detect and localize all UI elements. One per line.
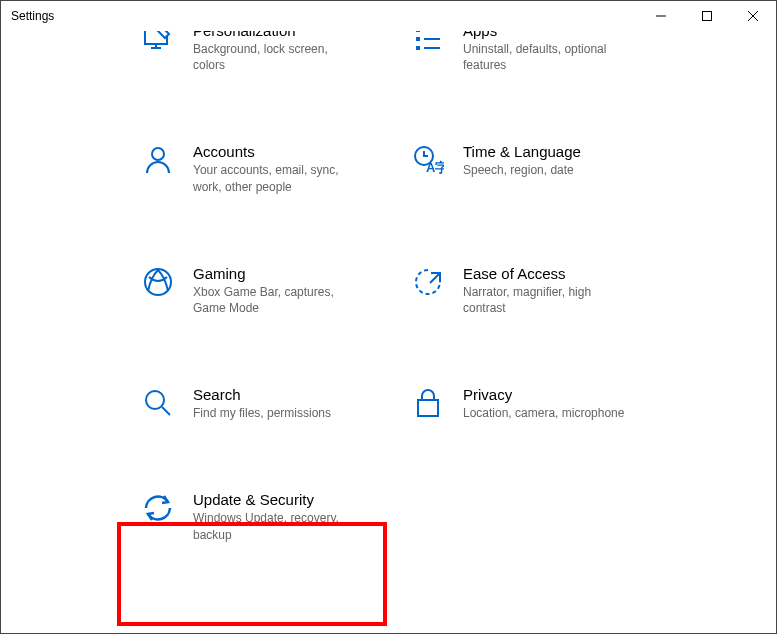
tile-text: Gaming Xbox Game Bar, captures, Game Mod… — [193, 265, 401, 316]
tile-ease-of-access[interactable]: Ease of Access Narrator, magnifier, high… — [401, 255, 671, 326]
tile-desc: Background, lock screen, colors — [193, 41, 363, 73]
svg-rect-4 — [416, 37, 420, 41]
window-controls — [638, 1, 776, 31]
tile-text: Apps Uninstall, defaults, optional featu… — [463, 31, 671, 73]
tile-search[interactable]: Search Find my files, permissions — [131, 376, 401, 431]
tile-desc: Your accounts, email, sync, work, other … — [193, 162, 363, 194]
svg-rect-5 — [416, 46, 420, 50]
tile-personalization[interactable]: Personalization Background, lock screen,… — [131, 31, 401, 83]
tile-desc: Speech, region, date — [463, 162, 633, 178]
maximize-button[interactable] — [684, 1, 730, 31]
tile-title: Apps — [463, 31, 671, 39]
maximize-icon — [702, 11, 712, 21]
ease-of-access-icon — [411, 265, 445, 299]
gaming-icon — [141, 265, 175, 299]
tile-time-language[interactable]: A字 Time & Language Speech, region, date — [401, 133, 671, 204]
update-security-icon — [141, 491, 175, 525]
tile-text: Ease of Access Narrator, magnifier, high… — [463, 265, 671, 316]
tile-title: Update & Security — [193, 491, 401, 508]
tile-desc: Uninstall, defaults, optional features — [463, 41, 633, 73]
privacy-icon — [411, 386, 445, 420]
tile-title: Time & Language — [463, 143, 671, 160]
tile-text: Accounts Your accounts, email, sync, wor… — [193, 143, 401, 194]
tile-desc: Xbox Game Bar, captures, Game Mode — [193, 284, 363, 316]
search-icon — [141, 386, 175, 420]
tile-desc: Narrator, magnifier, high contrast — [463, 284, 633, 316]
tile-title: Accounts — [193, 143, 401, 160]
tile-text: Update & Security Windows Update, recove… — [193, 491, 401, 542]
tile-text: Privacy Location, camera, microphone — [463, 386, 671, 421]
svg-point-10 — [146, 391, 164, 409]
close-button[interactable] — [730, 1, 776, 31]
settings-window: Settings Link your Android, iPhone — [0, 0, 777, 634]
tile-title: Privacy — [463, 386, 671, 403]
window-title: Settings — [11, 9, 638, 23]
time-language-icon: A字 — [411, 143, 445, 177]
content-area[interactable]: Link your Android, iPhone Wi-Fi, airplan… — [1, 31, 776, 633]
svg-rect-0 — [703, 12, 712, 21]
tile-title: Personalization — [193, 31, 401, 39]
minimize-icon — [656, 11, 666, 21]
minimize-button[interactable] — [638, 1, 684, 31]
tile-title: Gaming — [193, 265, 401, 282]
svg-rect-3 — [416, 31, 420, 32]
svg-rect-11 — [418, 400, 438, 416]
tile-update-security[interactable]: Update & Security Windows Update, recove… — [131, 481, 401, 552]
tile-gaming[interactable]: Gaming Xbox Game Bar, captures, Game Mod… — [131, 255, 401, 326]
apps-icon — [411, 31, 445, 56]
tile-text: Search Find my files, permissions — [193, 386, 401, 421]
tile-text: Personalization Background, lock screen,… — [193, 31, 401, 73]
tile-accounts[interactable]: Accounts Your accounts, email, sync, wor… — [131, 133, 401, 204]
tile-title: Search — [193, 386, 401, 403]
svg-point-6 — [152, 148, 164, 160]
accounts-icon — [141, 143, 175, 177]
svg-text:A字: A字 — [426, 160, 444, 175]
tile-title: Ease of Access — [463, 265, 671, 282]
titlebar: Settings — [1, 1, 776, 31]
tile-desc: Location, camera, microphone — [463, 405, 633, 421]
close-icon — [748, 11, 758, 21]
tile-apps[interactable]: Apps Uninstall, defaults, optional featu… — [401, 31, 671, 83]
settings-grid: Link your Android, iPhone Wi-Fi, airplan… — [131, 31, 746, 603]
tile-text: Time & Language Speech, region, date — [463, 143, 671, 178]
personalization-icon — [141, 31, 175, 56]
tile-desc: Windows Update, recovery, backup — [193, 510, 363, 542]
tile-desc: Find my files, permissions — [193, 405, 363, 421]
tile-privacy[interactable]: Privacy Location, camera, microphone — [401, 376, 671, 431]
